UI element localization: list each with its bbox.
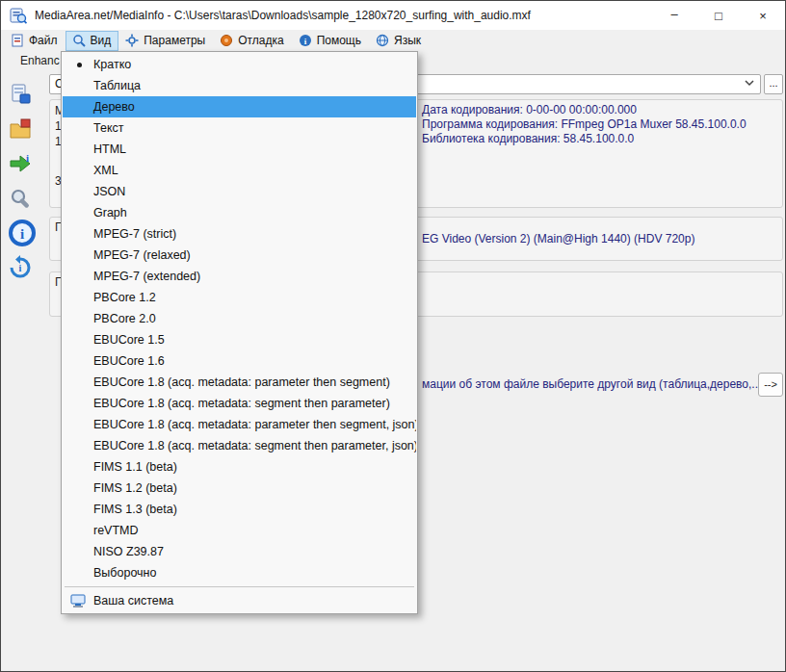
update-button[interactable]: i — [8, 255, 33, 284]
change-view-button[interactable]: --> — [758, 373, 783, 397]
menu-item-label: FIMS 1.1 (beta) — [93, 460, 177, 474]
menu-item-label: MPEG-7 (strict) — [93, 227, 176, 241]
menu-item-label: reVTMD — [93, 524, 139, 537]
menu-item-label: EBUCore 1.8 (acq. metadata: parameter th… — [93, 418, 416, 431]
open-file-button[interactable] — [8, 82, 33, 111]
menu-item-ebucore18-sp-json[interactable]: EBUCore 1.8 (acq. metadata: segment then… — [63, 435, 416, 456]
menu-item-fims13[interactable]: FIMS 1.3 (beta) — [63, 499, 416, 520]
menu-item-ebucore15[interactable]: EBUCore 1.5 — [63, 329, 416, 350]
menu-item-table[interactable]: Таблица — [63, 75, 416, 96]
window-controls: – □ × — [652, 1, 785, 30]
mediainfo-window: MediaArea.net/MediaInfo - C:\Users\taras… — [0, 0, 786, 672]
open-folder-icon — [8, 116, 33, 142]
menu-item-revtmd[interactable]: reVTMD — [63, 520, 416, 541]
export-button[interactable]: i — [8, 151, 33, 180]
language-menu-icon — [376, 34, 389, 47]
menu-item-ebucore18-ps[interactable]: EBUCore 1.8 (acq. metadata: parameter th… — [63, 372, 416, 393]
menu-item-label: Таблица — [93, 79, 141, 92]
menu-item-label: HTML — [93, 142, 126, 156]
help-menu-icon: i — [299, 34, 312, 47]
menu-item-your-system[interactable]: Ваша система — [63, 590, 416, 611]
menu-item-label: EBUCore 1.5 — [93, 333, 165, 347]
menu-item-label: EBUCore 1.6 — [93, 354, 165, 368]
menu-item-fims11[interactable]: FIMS 1.1 (beta) — [63, 456, 416, 478]
menu-item-label: FIMS 1.3 (beta) — [93, 503, 177, 516]
app-icon — [10, 7, 27, 24]
menu-item-graph[interactable]: Graph — [63, 202, 416, 223]
menu-item-fims12[interactable]: FIMS 1.2 (beta) — [63, 478, 416, 499]
encoded-library-text: Библиотека кодирования: 58.45.100.0.0 — [422, 132, 634, 145]
menu-item-label: EBUCore 1.8 (acq. metadata: segment then… — [93, 397, 390, 410]
menu-help-label: Помощь — [317, 34, 361, 47]
menu-item-ebucore18-ps-json[interactable]: EBUCore 1.8 (acq. metadata: parameter th… — [63, 414, 416, 435]
menu-item-ebucore16[interactable]: EBUCore 1.6 — [63, 350, 416, 372]
menu-options-label: Параметры — [144, 34, 205, 47]
menu-separator — [65, 586, 414, 587]
menu-item-html[interactable]: HTML — [63, 139, 416, 160]
menu-item-mpeg7-extended[interactable]: MPEG-7 (extended) — [63, 266, 416, 287]
debug-menu-icon — [220, 34, 233, 47]
maximize-button[interactable]: □ — [696, 1, 741, 30]
svg-text:i: i — [19, 263, 22, 273]
menu-item-brief[interactable]: Кратко — [63, 54, 416, 75]
title-bar: MediaArea.net/MediaInfo - C:\Users\taras… — [1, 1, 785, 31]
menu-view-label: Вид — [91, 34, 112, 47]
close-button[interactable]: × — [741, 1, 785, 30]
menu-item-pbcore12[interactable]: PBCore 1.2 — [63, 287, 416, 308]
menu-file[interactable]: Файл — [4, 31, 66, 51]
chevron-down-icon[interactable] — [744, 79, 755, 87]
svg-text:i: i — [26, 152, 29, 164]
encoded-application-text: Программа кодирования: FFmpeg OP1a Muxer… — [422, 117, 747, 131]
menu-item-xml[interactable]: XML — [63, 160, 416, 181]
menu-language[interactable]: Язык — [369, 31, 429, 51]
menu-debug-label: Отладка — [238, 34, 283, 47]
radio-dot-icon — [77, 63, 82, 67]
menu-item-ebucore18-sp[interactable]: EBUCore 1.8 (acq. metadata: segment then… — [63, 393, 416, 414]
menu-item-mpeg7-strict[interactable]: MPEG-7 (strict) — [63, 223, 416, 245]
menu-language-label: Язык — [394, 34, 421, 47]
menu-item-label: Ваша система — [93, 594, 173, 607]
menu-item-label: MPEG-7 (relaxed) — [93, 248, 191, 262]
menu-debug[interactable]: Отладка — [213, 31, 291, 51]
menu-item-label: EBUCore 1.8 (acq. metadata: segment then… — [93, 439, 416, 452]
browse-button[interactable]: ... — [764, 74, 783, 94]
encoded-date-text: Дата кодирования: 0-00-00 00:00:00.000 — [422, 103, 637, 116]
open-folder-button[interactable] — [8, 116, 33, 145]
options-menu-icon — [125, 34, 139, 47]
menu-item-label: EBUCore 1.8 (acq. metadata: parameter th… — [93, 375, 390, 389]
menu-item-label: Выборочно — [93, 566, 156, 580]
menu-item-label: PBCore 2.0 — [93, 312, 156, 325]
svg-text:i: i — [20, 226, 24, 242]
tools-button[interactable] — [8, 186, 33, 215]
file-menu-icon — [11, 34, 24, 47]
menu-item-text[interactable]: Текст — [63, 117, 416, 139]
system-monitor-icon — [70, 594, 86, 608]
menu-item-label: NISO Z39.87 — [93, 545, 164, 558]
menu-help[interactable]: i Помощь — [292, 31, 369, 51]
view-menu-icon — [72, 34, 86, 47]
menu-item-niso[interactable]: NISO Z39.87 — [63, 541, 416, 562]
menu-item-custom[interactable]: Выборочно — [63, 562, 416, 583]
menu-view[interactable]: Вид — [66, 31, 119, 51]
menu-file-label: Файл — [29, 34, 58, 47]
menu-item-label: JSON — [93, 185, 125, 198]
menu-item-label: XML — [93, 164, 118, 177]
enhanced-label-fragment: Enhanc — [20, 54, 60, 67]
menu-bar: Файл Вид Параметры Отладка — [1, 30, 785, 52]
menu-item-tree[interactable]: Дерево — [63, 96, 416, 117]
menu-item-label: Кратко — [93, 58, 131, 71]
info-circle-icon: i — [8, 219, 37, 247]
menu-item-json[interactable]: JSON — [63, 181, 416, 202]
menu-item-label: MPEG-7 (extended) — [93, 270, 200, 283]
update-refresh-icon: i — [8, 255, 33, 280]
minimize-button[interactable]: – — [652, 1, 696, 30]
view-menu-popup: Кратко Таблица Дерево Текст HTML XML JSO… — [61, 51, 418, 614]
menu-item-pbcore20[interactable]: PBCore 2.0 — [63, 308, 416, 329]
menu-options[interactable]: Параметры — [118, 31, 213, 51]
menu-item-label: FIMS 1.2 (beta) — [93, 481, 177, 495]
about-button[interactable]: i — [8, 219, 37, 251]
menu-item-label: Дерево — [93, 100, 135, 114]
menu-item-label: PBCore 1.2 — [93, 291, 156, 304]
menu-item-mpeg7-relaxed[interactable]: MPEG-7 (relaxed) — [63, 245, 416, 266]
menu-item-label: Graph — [93, 206, 127, 220]
